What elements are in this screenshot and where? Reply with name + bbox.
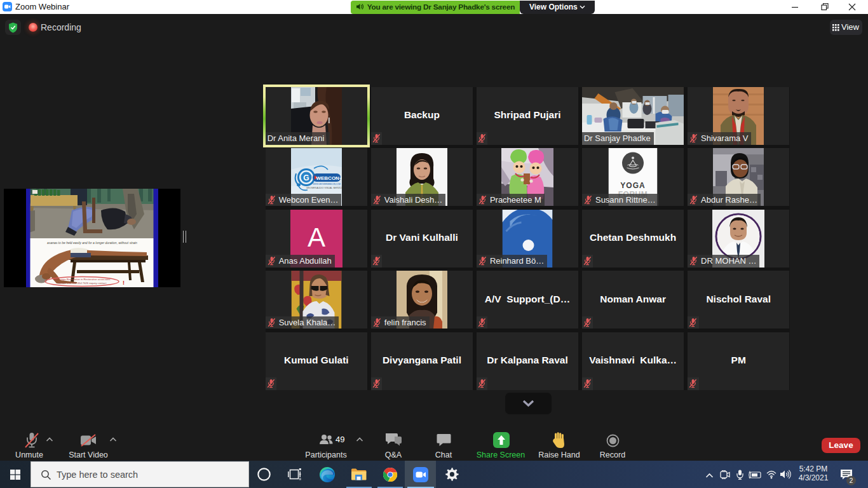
svg-text:YOGA: YOGA bbox=[620, 181, 645, 190]
svg-text:asanas to be held easily and f: asanas to be held easily and for a longe… bbox=[47, 241, 137, 245]
svg-text:A: A bbox=[308, 222, 325, 252]
svg-text:WWW.GROVERWEBCON.COM: WWW.GROVERWEBCON.COM bbox=[313, 183, 341, 186]
svg-text:contact +91 982 654 7626 inqui: contact +91 982 654 7626 inquiry contact bbox=[58, 281, 107, 285]
svg-text:WEBCON+: WEBCON+ bbox=[316, 175, 342, 181]
svg-text:!: ! bbox=[123, 280, 125, 286]
svg-text:G: G bbox=[303, 173, 309, 182]
svg-text:GROVER AUDIO VISUAL SERVICES: GROVER AUDIO VISUAL SERVICES bbox=[306, 187, 342, 189]
